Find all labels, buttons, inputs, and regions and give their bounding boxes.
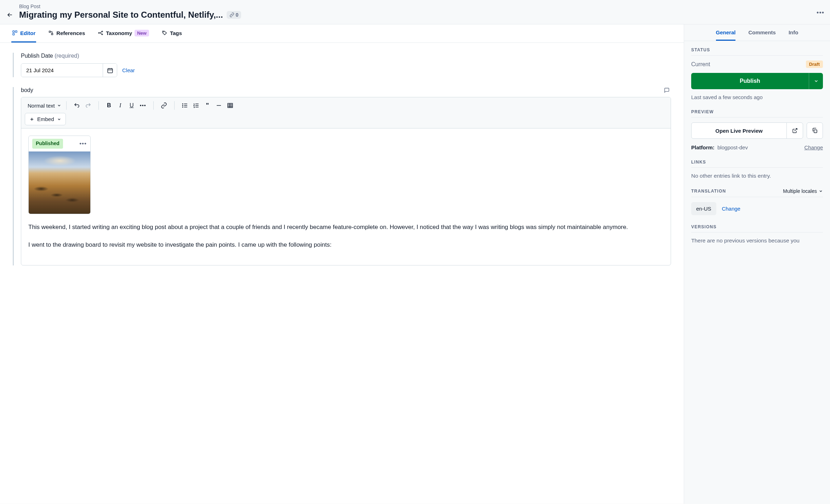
asset-status-badge: Published (32, 139, 63, 149)
tag-icon (162, 30, 167, 36)
redo-button[interactable] (83, 100, 93, 111)
references-icon (48, 30, 54, 36)
svg-point-8 (182, 104, 183, 104)
svg-point-10 (182, 107, 183, 108)
hr-button[interactable] (214, 100, 224, 111)
more-format-button[interactable]: ••• (138, 100, 148, 111)
links-heading: LINKS (691, 160, 823, 168)
required-indicator: (required) (55, 53, 79, 59)
preview-heading: PREVIEW (691, 109, 823, 118)
link-button[interactable] (159, 100, 169, 111)
external-link-part[interactable] (786, 123, 803, 138)
header: Blog Post Migrating my Personal Site to … (0, 0, 830, 24)
svg-point-9 (182, 105, 183, 106)
bullet-list-button[interactable] (180, 100, 190, 111)
status-current-label: Current (691, 61, 710, 68)
link-icon (229, 12, 234, 17)
svg-point-6 (163, 31, 164, 32)
publish-button[interactable]: Publish (691, 73, 823, 89)
body-label: body (21, 87, 33, 93)
last-saved-text: Last saved a few seconds ago (691, 94, 823, 100)
references-chip[interactable]: 0 (227, 11, 241, 19)
link-icon (161, 102, 167, 109)
header-more-menu[interactable]: ••• (817, 9, 824, 17)
status-badge: Draft (806, 61, 823, 68)
redo-icon (85, 102, 91, 109)
publish-date-input[interactable] (21, 64, 103, 77)
page-title: Migrating my Personal Site to Contentful… (19, 10, 223, 20)
svg-point-4 (102, 31, 103, 32)
plus-icon (29, 117, 34, 122)
links-section: LINKS No other entries link to this entr… (684, 153, 830, 182)
asset-thumbnail[interactable] (29, 151, 91, 214)
open-preview-button[interactable]: Open Live Preview (691, 122, 803, 139)
sidebar-tab-comments[interactable]: Comments (748, 29, 776, 41)
back-button[interactable] (4, 9, 16, 21)
svg-rect-11 (228, 103, 233, 108)
bold-icon: B (107, 102, 111, 109)
table-button[interactable] (225, 100, 235, 111)
svg-point-3 (98, 33, 100, 34)
status-heading: STATUS (691, 47, 823, 56)
svg-rect-12 (814, 130, 817, 133)
svg-rect-7 (108, 68, 113, 73)
underline-button[interactable]: U (126, 100, 137, 111)
translation-heading: TRANSLATION (691, 189, 726, 194)
text-style-select[interactable]: Normal text (25, 101, 64, 111)
publish-date-field: Publish Date (required) Clear (13, 53, 671, 77)
clear-date-button[interactable]: Clear (122, 67, 135, 73)
body-paragraph: I went to the drawing board to revisit m… (28, 240, 664, 250)
change-platform-link[interactable]: Change (804, 144, 823, 150)
field-comment-button[interactable] (664, 87, 670, 93)
sidebar-tab-general[interactable]: General (716, 29, 736, 41)
quote-button[interactable]: " (202, 100, 213, 111)
preview-section: PREVIEW Open Live Preview Platform: blog… (684, 103, 830, 153)
publish-dropdown[interactable] (809, 73, 823, 89)
content-type-label: Blog Post (19, 4, 824, 9)
status-section: STATUS Current Draft Publish Last saved … (684, 41, 830, 103)
locale-mode-select[interactable]: Multiple locales (783, 188, 823, 194)
svg-rect-1 (15, 31, 17, 33)
copy-preview-button[interactable] (807, 122, 823, 139)
rich-text-editor: Normal text B I (21, 97, 671, 265)
embed-button[interactable]: Embed (25, 113, 66, 125)
embedded-asset: Published ••• (28, 136, 91, 214)
calendar-button[interactable] (103, 64, 117, 77)
tab-editor[interactable]: Editor (11, 24, 36, 42)
undo-icon (74, 102, 80, 109)
versions-heading: VERSIONS (691, 224, 823, 233)
chevron-down-icon (814, 79, 819, 84)
translation-section: TRANSLATION Multiple locales en-US Chang… (684, 182, 830, 218)
taxonomy-icon (98, 30, 103, 36)
italic-button[interactable]: I (115, 100, 126, 111)
asset-more-menu[interactable]: ••• (79, 139, 87, 148)
quote-icon: " (206, 102, 209, 109)
undo-button[interactable] (72, 100, 82, 111)
italic-icon: I (119, 102, 121, 109)
table-icon (227, 102, 233, 109)
platform-value: blogpost-dev (717, 144, 748, 150)
body-field: body Normal text (13, 87, 671, 265)
body-paragraph: This weekend, I started writing an excit… (28, 223, 664, 232)
comment-icon (664, 87, 670, 93)
tab-tags[interactable]: Tags (161, 24, 183, 42)
publish-date-label: Publish Date (21, 53, 53, 59)
sidebar-tabs: General Comments Info (684, 24, 830, 41)
calendar-icon (107, 67, 113, 74)
hr-icon (216, 102, 222, 109)
tab-taxonomy[interactable]: Taxonomy New (97, 24, 150, 42)
external-link-icon (792, 128, 798, 133)
svg-rect-0 (13, 31, 15, 33)
sidebar-tab-info[interactable]: Info (789, 29, 798, 41)
ordered-list-button[interactable] (191, 100, 201, 111)
chevron-down-icon (57, 117, 61, 121)
new-badge: New (135, 30, 149, 36)
versions-section: VERSIONS There are no previous versions … (684, 218, 830, 247)
change-locales-link[interactable]: Change (722, 206, 740, 212)
rte-content[interactable]: Published ••• This weekend, I started wr… (21, 128, 671, 265)
chevron-down-icon (819, 189, 823, 193)
bold-button[interactable]: B (104, 100, 114, 111)
tab-references[interactable]: References (47, 24, 86, 42)
svg-point-5 (102, 34, 103, 35)
links-empty-text: No other entries link to this entry. (691, 173, 823, 179)
